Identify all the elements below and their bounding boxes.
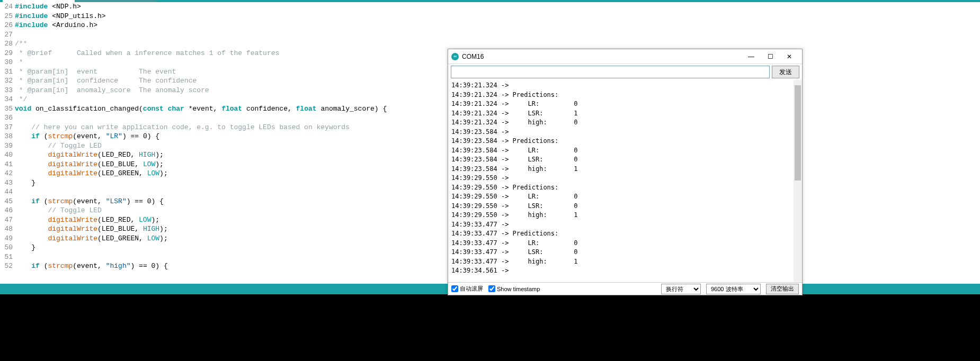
code-content: digitalWrite(LED_GREEN, LOW);	[15, 169, 168, 178]
line-number: 48	[0, 224, 15, 234]
code-content: digitalWrite(LED_RED, LOW);	[15, 215, 159, 225]
code-content: * @brief Called when a inference matches…	[15, 49, 279, 58]
line-number: 37	[0, 123, 15, 132]
line-number: 41	[0, 160, 15, 169]
line-number: 35	[0, 104, 15, 114]
code-content: *	[15, 58, 23, 67]
code-content: * @param[in] event The event	[15, 67, 176, 77]
code-content: digitalWrite(LED_GREEN, LOW);	[15, 234, 168, 243]
code-content: #include <NDP.h>	[15, 2, 81, 12]
line-number: 46	[0, 206, 15, 215]
line-number: 29	[0, 49, 15, 58]
line-number: 43	[0, 178, 15, 188]
code-content: // Toggle LED	[15, 141, 102, 151]
code-content: if (strcmp(event, "LSR") == 0) {	[15, 197, 164, 206]
code-line[interactable]: 27	[0, 30, 980, 40]
code-content: */	[15, 95, 27, 104]
line-number: 40	[0, 150, 15, 160]
code-content: digitalWrite(LED_RED, HIGH);	[15, 150, 164, 160]
serial-monitor-window: ∞ COM16 — ☐ ✕ 发送 14:39:21.324 -> 14:39:2…	[448, 49, 803, 295]
serial-input[interactable]	[451, 66, 770, 78]
code-line[interactable]: 24#include <NDP.h>	[0, 2, 980, 12]
code-content: /**	[15, 39, 27, 49]
code-content: * @param[in] anomaly_score The anomaly s…	[15, 86, 209, 95]
code-line[interactable]: 25#include <NDP_utils.h>	[0, 12, 980, 21]
serial-bottom-bar: 自动滚屏 Show timestamp 换行符 9600 波特率 清空输出	[448, 282, 802, 295]
line-number: 49	[0, 234, 15, 243]
line-number: 33	[0, 86, 15, 95]
line-number: 31	[0, 67, 15, 77]
baud-select[interactable]: 9600 波特率	[706, 284, 761, 294]
line-number: 45	[0, 197, 15, 206]
arduino-icon: ∞	[451, 53, 459, 60]
line-ending-select[interactable]: 换行符	[661, 284, 701, 294]
send-button[interactable]: 发送	[772, 66, 799, 78]
code-content: // here you can write application code, …	[15, 123, 350, 132]
line-number: 47	[0, 215, 15, 225]
console-area	[0, 294, 980, 361]
line-number: 32	[0, 76, 15, 86]
clear-output-button[interactable]: 清空输出	[766, 284, 799, 294]
close-button[interactable]: ✕	[780, 50, 799, 64]
code-content: }	[15, 243, 35, 252]
code-content: digitalWrite(LED_BLUE, LOW);	[15, 160, 164, 169]
line-number: 50	[0, 243, 15, 252]
line-number: 28	[0, 39, 15, 49]
code-content: * @param[in] confidence The confidence	[15, 76, 197, 86]
line-number: 30	[0, 58, 15, 67]
line-number: 39	[0, 141, 15, 151]
code-content: // Toggle LED	[15, 206, 102, 215]
line-number: 25	[0, 12, 15, 21]
code-content: digitalWrite(LED_BLUE, HIGH);	[15, 224, 168, 234]
code-line[interactable]: 28/**	[0, 39, 980, 49]
serial-text: 14:39:21.324 -> 14:39:21.324 -> Predicti…	[451, 81, 799, 276]
code-content: if (strcmp(event, "high") == 0) {	[15, 261, 168, 271]
maximize-button[interactable]: ☐	[761, 50, 780, 64]
titlebar[interactable]: ∞ COM16 — ☐ ✕	[448, 49, 802, 64]
line-number: 27	[0, 30, 15, 40]
code-content: }	[15, 178, 35, 188]
code-content: #include <Arduino.h>	[15, 21, 97, 30]
line-number: 34	[0, 95, 15, 104]
line-number: 52	[0, 261, 15, 271]
line-number: 44	[0, 187, 15, 197]
code-content: #include <NDP_utils.h>	[15, 12, 106, 21]
serial-output[interactable]: 14:39:21.324 -> 14:39:21.324 -> Predicti…	[448, 80, 802, 282]
timestamp-checkbox[interactable]: Show timestamp	[488, 285, 540, 292]
line-number: 42	[0, 169, 15, 178]
scroll-thumb[interactable]	[795, 85, 801, 180]
autoscroll-input[interactable]	[451, 285, 458, 292]
minimize-button[interactable]: —	[742, 50, 761, 64]
code-line[interactable]: 26#include <Arduino.h>	[0, 21, 980, 30]
line-number: 51	[0, 252, 15, 262]
scrollbar[interactable]	[794, 80, 802, 282]
timestamp-input[interactable]	[488, 285, 495, 292]
code-content: void on_classification_changed(const cha…	[15, 104, 387, 114]
line-number: 26	[0, 21, 15, 30]
send-row: 发送	[448, 64, 802, 80]
line-number: 24	[0, 2, 15, 12]
code-content: if (strcmp(event, "LR") == 0) {	[15, 132, 159, 141]
line-number: 38	[0, 132, 15, 141]
window-title: COM16	[462, 53, 742, 60]
line-number: 36	[0, 113, 15, 123]
autoscroll-checkbox[interactable]: 自动滚屏	[451, 285, 483, 293]
